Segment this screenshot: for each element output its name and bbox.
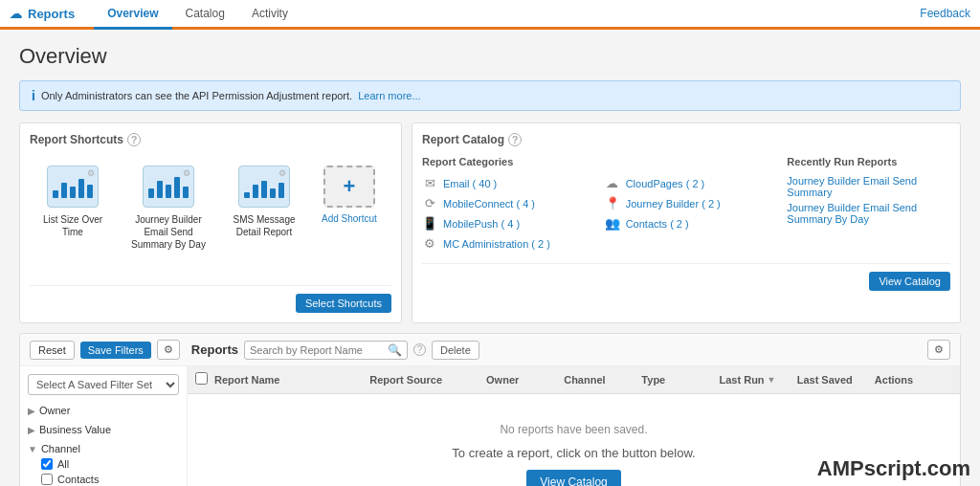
select-shortcuts-button[interactable]: Select Shortcuts bbox=[296, 294, 391, 313]
delete-button[interactable]: Delete bbox=[432, 341, 479, 360]
categories-title: Report Categories bbox=[422, 156, 586, 167]
info-bar: i Only Administrators can see the API Pe… bbox=[19, 80, 961, 111]
bar bbox=[253, 185, 258, 198]
filter-group-business-value-header[interactable]: ▶ Business Value bbox=[28, 422, 179, 437]
tab-activity[interactable]: Activity bbox=[238, 0, 301, 30]
catalog-categories-left: Report Categories ✉ Email ( 40 ) ⟳ Mobil… bbox=[422, 156, 586, 254]
catalog-item-mobilepush[interactable]: 📱 MobilePush ( 4 ) bbox=[422, 213, 586, 233]
shortcut-icon-1: ⚙ bbox=[47, 166, 99, 208]
bar bbox=[78, 179, 84, 198]
view-catalog-button-top[interactable]: View Catalog bbox=[869, 272, 950, 291]
catalog-card-title: Report Catalog ? bbox=[422, 133, 950, 146]
th-actions: Actions bbox=[875, 374, 952, 386]
shortcut-label-3: SMS Message Detail Report bbox=[226, 213, 302, 238]
search-box: 🔍 bbox=[244, 341, 408, 360]
filter-channel-contacts[interactable]: Contacts bbox=[41, 472, 179, 486]
owner-collapse-icon: ▶ bbox=[28, 406, 35, 416]
catalog-item-contacts[interactable]: 👥 Contacts ( 2 ) bbox=[605, 213, 768, 233]
bar bbox=[278, 183, 284, 198]
catalog-inner: Report Categories ✉ Email ( 40 ) ⟳ Mobil… bbox=[422, 156, 950, 254]
catalog-item-mobileconnect[interactable]: ⟳ MobileConnect ( 4 ) bbox=[422, 193, 586, 213]
filter-channel-all-checkbox[interactable] bbox=[41, 458, 53, 470]
shortcuts-card: Report Shortcuts ? bbox=[19, 122, 402, 323]
catalog-item-journey-builder[interactable]: 📍 Journey Builder ( 2 ) bbox=[605, 193, 768, 213]
shortcuts-footer: Select Shortcuts bbox=[30, 285, 391, 313]
th-last-run[interactable]: Last Run ▼ bbox=[720, 374, 797, 386]
shortcut-item[interactable]: ⚙ Journey Builder Email Send Summary By … bbox=[130, 166, 207, 251]
bar bbox=[87, 185, 93, 198]
business-value-collapse-icon: ▶ bbox=[28, 425, 35, 435]
bar bbox=[270, 188, 276, 198]
settings-icon-1: ⚙ bbox=[87, 168, 95, 178]
bar bbox=[148, 188, 154, 198]
tab-catalog[interactable]: Catalog bbox=[172, 0, 238, 30]
catalog-footer: View Catalog bbox=[422, 263, 950, 291]
learn-more-link[interactable]: Learn more... bbox=[358, 90, 420, 101]
bar bbox=[53, 190, 58, 198]
catalog-item-cloudpages[interactable]: ☁ CloudPages ( 2 ) bbox=[605, 173, 768, 193]
shortcut-label-2: Journey Builder Email Send Summary By Da… bbox=[130, 213, 207, 251]
shortcut-label-1: List Size Over Time bbox=[34, 213, 111, 238]
catalog-item-email[interactable]: ✉ Email ( 40 ) bbox=[422, 173, 586, 193]
bar bbox=[261, 181, 267, 198]
feedback-link[interactable]: Feedback bbox=[920, 7, 970, 20]
nav-tabs: Overview Catalog Activity bbox=[94, 0, 301, 27]
settings-icon-3: ⚙ bbox=[278, 168, 286, 178]
reports-toolbar: Reset Save Filters ⚙ Reports 🔍 ? Delete … bbox=[20, 334, 960, 366]
filter-channel-all[interactable]: All bbox=[41, 456, 179, 472]
bar bbox=[174, 177, 180, 198]
journey-cat-icon: 📍 bbox=[605, 196, 620, 210]
filter-group-channel-header[interactable]: ▼ Channel bbox=[28, 441, 179, 456]
cloud-icon: ☁ bbox=[10, 7, 22, 21]
bar-chart-1 bbox=[53, 175, 93, 198]
shortcuts-help-icon[interactable]: ? bbox=[127, 133, 141, 146]
shortcut-item[interactable]: ⚙ SMS Message Detail Report bbox=[226, 166, 302, 238]
bar bbox=[166, 185, 171, 198]
app-title: Reports bbox=[28, 7, 75, 21]
th-check bbox=[195, 372, 214, 387]
filters-panel: Select A Saved Filter Set ▶ Owner ▶ Busi… bbox=[20, 366, 188, 486]
shortcut-item[interactable]: ⚙ List Size Over Time bbox=[34, 166, 111, 238]
shortcut-icon-2: ⚙ bbox=[143, 166, 194, 208]
shortcut-icon-3: ⚙ bbox=[238, 166, 290, 208]
empty-state-message: No reports have been saved. bbox=[500, 423, 647, 436]
catalog-help-icon[interactable]: ? bbox=[508, 133, 522, 146]
th-channel: Channel bbox=[564, 374, 641, 386]
bar-chart-2 bbox=[148, 175, 189, 198]
filter-gear-button[interactable]: ⚙ bbox=[157, 340, 180, 360]
th-report-source: Report Source bbox=[369, 374, 486, 386]
th-last-saved: Last Saved bbox=[797, 374, 875, 386]
app-logo[interactable]: ☁ Reports bbox=[10, 7, 75, 21]
select-all-checkbox[interactable] bbox=[195, 372, 208, 385]
shortcuts-icons: ⚙ List Size Over Time bbox=[30, 156, 391, 260]
email-cat-icon: ✉ bbox=[422, 176, 437, 190]
th-report-name: Report Name bbox=[214, 374, 369, 386]
recently-item-2[interactable]: Journey Builder Email Send Summary By Da… bbox=[787, 200, 950, 227]
info-message: Only Administrators can see the API Perm… bbox=[41, 90, 352, 101]
watermark: AMPscript.com bbox=[817, 456, 970, 481]
filter-group-business-value: ▶ Business Value bbox=[28, 422, 179, 437]
th-owner: Owner bbox=[486, 374, 564, 386]
reset-button[interactable]: Reset bbox=[30, 341, 75, 360]
bar-chart-3 bbox=[244, 175, 284, 198]
search-input[interactable] bbox=[250, 344, 384, 356]
search-help-icon[interactable]: ? bbox=[413, 343, 426, 356]
channel-filter-items: All Contacts Email Journey Builder bbox=[28, 456, 179, 486]
sort-arrow-icon: ▼ bbox=[768, 375, 776, 385]
bar bbox=[183, 187, 189, 198]
tab-overview[interactable]: Overview bbox=[94, 0, 171, 30]
bar bbox=[61, 183, 67, 198]
saved-filter-set-select[interactable]: Select A Saved Filter Set bbox=[28, 374, 179, 395]
filter-channel-contacts-checkbox[interactable] bbox=[41, 474, 53, 485]
add-shortcut-icon: + bbox=[323, 166, 375, 208]
recently-item-1[interactable]: Journey Builder Email Send Summary bbox=[787, 173, 950, 200]
filter-group-channel: ▼ Channel All Contacts bbox=[28, 441, 179, 486]
catalog-item-mc-admin[interactable]: ⚙ MC Administration ( 2 ) bbox=[422, 233, 586, 254]
view-catalog-button-empty[interactable]: View Catalog bbox=[526, 470, 621, 486]
add-shortcut-item[interactable]: + Add Shortcut bbox=[322, 166, 377, 224]
save-filters-button[interactable]: Save Filters bbox=[80, 342, 151, 359]
info-icon: i bbox=[32, 88, 35, 103]
mobileconnect-cat-icon: ⟳ bbox=[422, 196, 437, 210]
filter-group-owner-header[interactable]: ▶ Owner bbox=[28, 403, 179, 418]
table-gear-button[interactable]: ⚙ bbox=[927, 340, 950, 360]
